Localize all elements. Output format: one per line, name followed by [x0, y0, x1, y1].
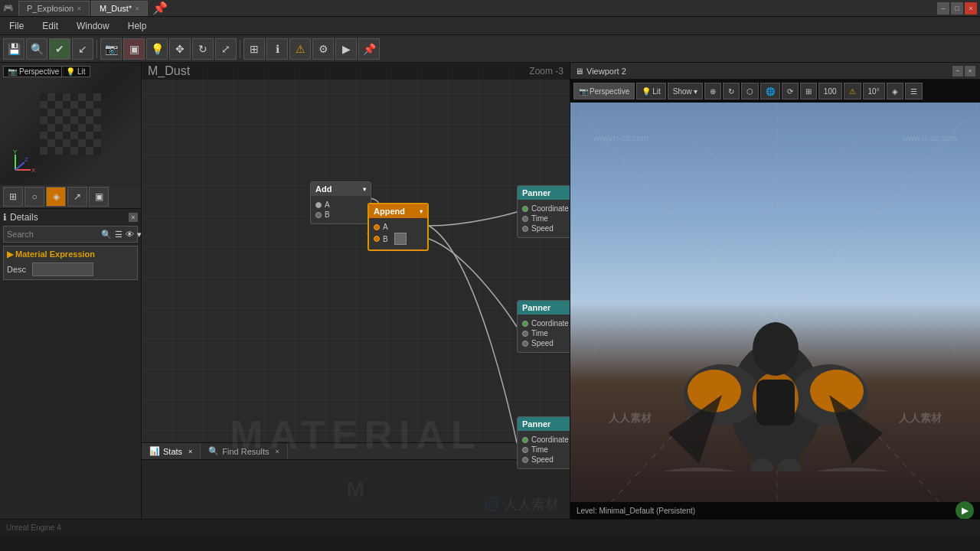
panner1-coord: Coordinate [522, 204, 570, 213]
node-add-label: Add [315, 184, 332, 194]
tab-m-dust[interactable]: M_Dust* × [91, 1, 148, 16]
menu-help[interactable]: Help [125, 19, 150, 33]
bottom-tab-stats[interactable]: 📊 Stats × [142, 443, 201, 459]
tool-info[interactable]: ℹ [266, 38, 288, 60]
title-tabs: 🎮 P_Explosion × M_Dust* × 📌 [3, 1, 168, 16]
vp-warning-icon[interactable]: ⚠ [844, 83, 861, 99]
node-append-dropdown[interactable]: ▾ [420, 208, 423, 215]
vp-tool-1[interactable]: ⊕ [704, 83, 721, 99]
vp-extra-1[interactable]: ◈ [887, 83, 903, 99]
mini-tool-4[interactable]: ↗ [67, 187, 87, 207]
viewport-status-text: Level: Minimal_Default (Persistent) [577, 507, 695, 515]
vp-num-100[interactable]: 100 [818, 83, 842, 99]
vp-lit-btn[interactable]: 💡 Lit [636, 83, 666, 99]
tool-save[interactable]: 💾 [3, 38, 24, 60]
panner3-speed: Speed [522, 455, 570, 464]
vp-tool-6[interactable]: ⊞ [800, 83, 817, 99]
eye-icon[interactable]: 👁 [126, 230, 134, 239]
node-add-body: A B [311, 196, 371, 223]
append-port-b-label: B [383, 235, 388, 243]
mini-tool-5[interactable]: ▣ [89, 187, 109, 207]
tab-m-dust-close[interactable]: × [135, 5, 139, 13]
maximize-button[interactable]: □ [951, 2, 963, 15]
mini-perspective-label: Perspective [19, 67, 59, 76]
vp-tool-4[interactable]: 🌐 [760, 83, 780, 99]
stats-close[interactable]: × [188, 448, 192, 455]
filter-icon[interactable]: ▾ [137, 230, 142, 240]
bottom-tab-find[interactable]: 🔍 Find Results × [201, 443, 287, 459]
pin-icon[interactable]: 📌 [152, 1, 168, 15]
minimize-button[interactable]: − [937, 2, 949, 15]
tool-move[interactable]: ✥ [169, 38, 191, 60]
desc-label: Desc [7, 265, 26, 274]
desc-input[interactable] [32, 262, 93, 276]
find-icon: 🔍 [208, 446, 219, 456]
menu-edit[interactable]: Edit [39, 19, 61, 33]
tool-camera[interactable]: 📷 [100, 38, 122, 60]
tool-find[interactable]: 🔍 [26, 38, 47, 60]
vp-angle[interactable]: 10° [863, 83, 885, 99]
node-panner-2[interactable]: Panner ▾ Coordinate Time Speed [517, 300, 570, 353]
mini-tool-2[interactable]: ○ [24, 187, 44, 207]
tool-apply[interactable]: ↙ [72, 38, 93, 60]
details-header: ℹ Details × [3, 212, 138, 223]
tool-grid[interactable]: ⊞ [243, 38, 265, 60]
vp-perspective-btn[interactable]: 📷 Perspective [573, 83, 635, 99]
list-icon[interactable]: ☰ [115, 230, 122, 240]
mini-tool-1[interactable]: ⊞ [3, 187, 23, 207]
menu-window[interactable]: Window [74, 19, 113, 33]
svg-point-27 [638, 468, 760, 471]
vp-lit-label: Lit [652, 87, 661, 96]
menu-file[interactable]: File [6, 19, 27, 33]
node-append-port-a: A [374, 223, 423, 231]
panner2-coord-label: Coordinate [531, 319, 569, 328]
vp-tool-2[interactable]: ↻ [723, 83, 740, 99]
details-close-btn[interactable]: × [129, 213, 138, 222]
tool-warning[interactable]: ⚠ [289, 38, 311, 60]
tool-scale[interactable]: ⤢ [215, 38, 237, 60]
viewport-minimize[interactable]: − [952, 66, 963, 77]
mini-perspective-btn[interactable]: 📷 Perspective [3, 66, 64, 77]
vp-show-btn[interactable]: Show ▾ [668, 83, 703, 99]
vp-extra-2[interactable]: ☰ [905, 83, 923, 99]
tool-settings[interactable]: ⚙ [312, 38, 334, 60]
node-append[interactable]: Append ▾ A B [368, 203, 429, 251]
panner2-coord-dot [522, 321, 528, 327]
tab-p-explosion[interactable]: P_Explosion × [18, 1, 90, 16]
vp-tool-3[interactable]: ⬡ [741, 83, 759, 99]
tool-lit[interactable]: 💡 [146, 38, 168, 60]
tool-rotate[interactable]: ↻ [192, 38, 214, 60]
mini-lit-btn[interactable]: 💡 Lit [61, 66, 90, 77]
panner2-time-label: Time [531, 329, 548, 337]
viewport-play-btn[interactable]: ▶ [956, 501, 974, 519]
node-panner-3-body: Coordinate Time Speed [518, 431, 570, 468]
find-close[interactable]: × [275, 448, 279, 455]
viewport-icon: 🖥 [575, 67, 583, 76]
node-add[interactable]: Add ▾ A B [310, 181, 371, 224]
search-input[interactable] [37, 230, 98, 239]
find-label: Find Results [222, 447, 269, 456]
node-panner-2-header: Panner ▾ [518, 301, 570, 315]
vp-tool-5[interactable]: ⟳ [782, 83, 799, 99]
node-panner-3[interactable]: Panner ▾ Coordinate Time Speed [517, 416, 570, 469]
mini-camera-icon: 📷 [8, 67, 17, 76]
mini-tool-3[interactable]: ◈ [46, 187, 66, 207]
mini-viewport: 📷 Perspective 💡 Lit X Y Z [0, 63, 141, 185]
tool-arrow[interactable]: ▶ [335, 38, 357, 60]
panner1-speed-dot [522, 226, 528, 232]
node-add-port-b: B [315, 210, 366, 219]
viewport-close[interactable]: × [965, 66, 975, 77]
node-add-dropdown[interactable]: ▾ [363, 186, 366, 193]
panner3-coord-dot [522, 437, 528, 443]
close-button[interactable]: × [965, 2, 977, 15]
viewport-status: Level: Minimal_Default (Persistent) ▶ [570, 502, 980, 519]
tool-check[interactable]: ✔ [49, 38, 70, 60]
vp-lit-icon: 💡 [642, 87, 651, 96]
tool-pin[interactable]: 📌 [358, 38, 380, 60]
collapse-arrow[interactable]: ▶ [7, 249, 13, 259]
search-icon[interactable]: 🔍 [101, 230, 112, 240]
node-panner-1[interactable]: Panner ▾ Coordinate Time Speed [517, 185, 570, 238]
tool-render[interactable]: ▣ [123, 38, 145, 60]
tab-p-explosion-close[interactable]: × [77, 5, 81, 13]
stats-label: Stats [163, 447, 182, 456]
